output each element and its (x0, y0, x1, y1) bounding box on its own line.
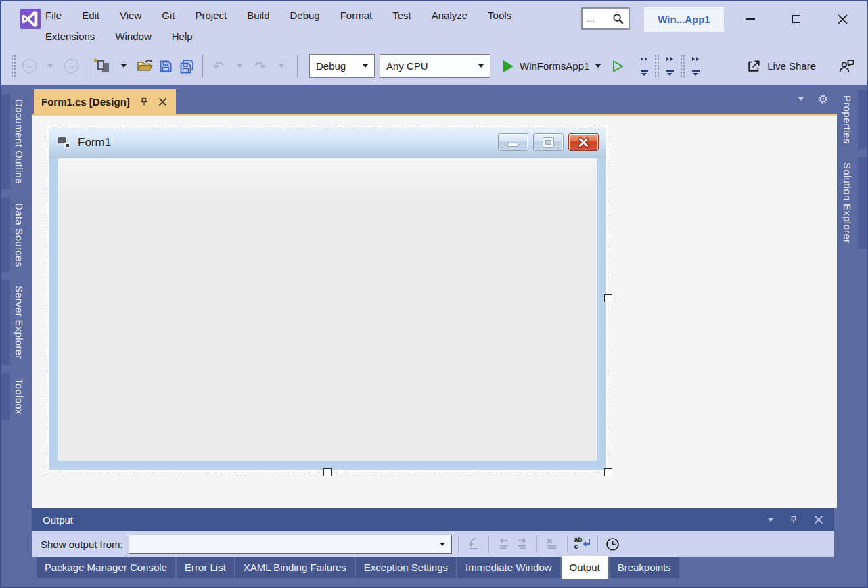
window-position-dropdown-icon[interactable] (768, 518, 773, 522)
tab-xaml-binding-failures[interactable]: XAML Binding Failures (235, 557, 355, 578)
gear-icon[interactable] (817, 93, 829, 105)
dock-tab-properties[interactable]: Properties (837, 90, 867, 149)
chevron-down-icon (440, 543, 445, 546)
toggle-timestamp-button[interactable] (604, 535, 622, 553)
dock-tab-document-outline[interactable]: Document Outline (1, 94, 32, 189)
close-panel-icon[interactable] (814, 515, 823, 524)
save-button[interactable] (158, 57, 174, 76)
close-icon (838, 14, 848, 24)
menu-project[interactable]: Project (185, 9, 237, 21)
vs-main-window: File Edit View Git Project Build Debug F… (0, 0, 868, 588)
startup-project-label: WinFormsApp1 (520, 60, 589, 72)
tab-breakpoints[interactable]: Breakpoints (610, 557, 679, 578)
close-button[interactable] (819, 1, 865, 37)
navigate-back-button[interactable]: ← (21, 57, 37, 76)
designed-form-client-area[interactable] (58, 158, 597, 461)
form-close-button[interactable] (568, 133, 599, 151)
word-wrap-button[interactable]: abc (574, 535, 591, 553)
resize-handle-right[interactable] (604, 294, 612, 302)
start-without-debugging-button[interactable] (610, 57, 626, 76)
solution-configuration-dropdown[interactable]: Debug (309, 54, 375, 78)
clock-icon (605, 537, 620, 552)
save-all-icon (179, 58, 195, 74)
dock-tab-strip (1, 198, 10, 272)
go-to-message-button[interactable] (465, 535, 482, 553)
toolbar-separator (202, 55, 203, 78)
dock-tab-data-sources[interactable]: Data Sources (1, 198, 32, 272)
redo-dropdown[interactable] (273, 57, 290, 76)
undo-button[interactable]: ↶ (210, 57, 227, 76)
new-item-button[interactable]: * (95, 57, 111, 76)
output-panel-titlebar[interactable]: Output (32, 508, 834, 531)
form-minimize-button[interactable] (498, 133, 528, 151)
overflow-dropdown-icon (641, 70, 648, 76)
show-output-from-dropdown[interactable] (129, 535, 452, 554)
navigate-back-dropdown[interactable] (42, 57, 58, 76)
menu-format[interactable]: Format (330, 9, 383, 21)
menu-debug[interactable]: Debug (280, 9, 330, 21)
window-controls (727, 1, 865, 37)
next-message-button[interactable] (513, 535, 530, 553)
pin-icon[interactable] (139, 97, 149, 107)
toolbar-overflow-button[interactable] (690, 55, 701, 78)
designed-form-selection[interactable]: Form1 (47, 125, 608, 472)
live-share-button[interactable]: Live Share (746, 59, 816, 74)
menu-extensions[interactable]: Extensions (35, 30, 105, 42)
open-file-button[interactable] (137, 57, 153, 76)
resize-handle-bottom-right[interactable] (604, 468, 612, 476)
dock-tab-toolbox[interactable]: Toolbox (1, 373, 32, 420)
feedback-person-icon (838, 58, 854, 74)
tab-output[interactable]: Output (562, 556, 608, 579)
play-icon (503, 60, 513, 72)
menu-build[interactable]: Build (237, 9, 279, 21)
tab-exception-settings[interactable]: Exception Settings (356, 557, 456, 578)
menu-view[interactable]: View (110, 9, 152, 21)
minimize-button[interactable] (727, 1, 773, 37)
form-minimize-icon (507, 143, 519, 147)
pin-icon[interactable] (789, 515, 798, 525)
configuration-value: Debug (316, 60, 357, 72)
designer-canvas[interactable]: Form1 (32, 116, 837, 508)
menu-help[interactable]: Help (162, 30, 203, 42)
tab-immediate-window[interactable]: Immediate Window (457, 557, 560, 578)
new-item-dropdown[interactable] (116, 57, 132, 76)
designed-form-titlebar[interactable]: Form1 (49, 127, 606, 158)
undo-dropdown[interactable] (231, 57, 248, 76)
start-debugging-button[interactable]: WinFormsApp1 (503, 60, 601, 72)
send-feedback-button[interactable] (838, 57, 854, 76)
dock-tab-solution-explorer[interactable]: Solution Explorer (837, 157, 867, 248)
redo-button[interactable]: ↷ (252, 57, 269, 76)
word-wrap-icon: abc (574, 536, 591, 552)
toolbar-overflow-button[interactable] (664, 55, 675, 78)
menu-git[interactable]: Git (152, 9, 185, 21)
previous-message-button[interactable] (495, 535, 513, 553)
menu-edit[interactable]: Edit (72, 9, 110, 21)
menu-file[interactable]: File (35, 9, 72, 21)
toolbar-grip-handle[interactable] (654, 54, 660, 78)
menu-window[interactable]: Window (105, 30, 161, 42)
toolbar-grip-handle[interactable] (11, 54, 16, 78)
solution-platform-dropdown[interactable]: Any CPU (380, 54, 490, 78)
maximize-button[interactable] (773, 1, 819, 37)
designed-form-buttons (498, 133, 599, 151)
toolbar-grip-handle[interactable] (680, 54, 685, 78)
tab-error-list[interactable]: Error List (177, 557, 234, 578)
dock-tab-server-explorer[interactable]: Server Explorer (1, 280, 32, 365)
document-tab-form1-design[interactable]: Form1.cs [Design] (34, 89, 176, 114)
designed-form-frame[interactable]: Form1 (49, 127, 606, 470)
main-area: Document Outline Data Sources Server Exp… (1, 85, 867, 587)
menu-tools[interactable]: Tools (478, 9, 522, 21)
tab-package-manager-console[interactable]: Package Manager Console (37, 557, 175, 578)
save-all-button[interactable] (179, 57, 195, 76)
navigate-forward-button[interactable]: → (63, 57, 79, 76)
resize-handle-bottom[interactable] (323, 468, 332, 476)
quick-search-input[interactable]: ... (581, 7, 630, 30)
dock-tab-strip (1, 94, 10, 189)
toolbar-overflow-button[interactable] (639, 55, 649, 78)
menu-test[interactable]: Test (382, 9, 421, 21)
close-tab-icon[interactable] (158, 97, 167, 106)
form-maximize-button[interactable] (533, 133, 564, 151)
clear-all-button[interactable] (543, 535, 561, 553)
menu-analyze[interactable]: Analyze (421, 9, 478, 21)
tab-list-dropdown-icon[interactable] (798, 97, 804, 101)
